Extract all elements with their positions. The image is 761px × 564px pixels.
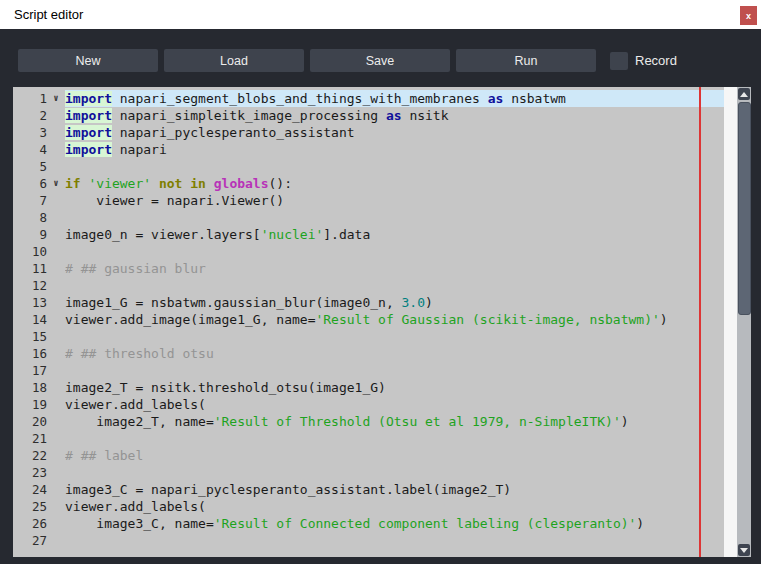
scroll-up-button[interactable] (738, 88, 750, 100)
line-number: 4 (13, 141, 47, 158)
line-number: 21 (13, 430, 47, 447)
code-line[interactable]: 7 viewer = napari.Viewer() (13, 192, 724, 209)
code-token: as (386, 108, 402, 123)
code-line[interactable]: 13image1_G = nsbatwm.gaussian_blur(image… (13, 294, 724, 311)
scrollbar-thumb[interactable] (738, 102, 751, 315)
code-text: viewer = napari.Viewer() (65, 192, 724, 209)
code-line[interactable]: 2import napari_simpleitk_image_processin… (13, 107, 724, 124)
code-lines: 1∨import napari_segment_blobs_and_things… (13, 90, 724, 549)
code-text (65, 277, 724, 294)
close-button[interactable]: x (740, 6, 757, 25)
edge-column-ruler (699, 87, 701, 557)
code-line[interactable]: 5 (13, 158, 724, 175)
line-number: 10 (13, 243, 47, 260)
scroll-down-button[interactable] (738, 544, 750, 556)
code-token: napari_pyclesperanto_assistant (112, 125, 355, 140)
code-token (151, 176, 159, 191)
code-line[interactable]: 21 (13, 430, 724, 447)
code-token: napari_segment_blobs_and_things_with_mem… (112, 91, 488, 106)
code-text (65, 209, 724, 226)
code-line[interactable]: 14viewer.add_image(image1_G, name='Resul… (13, 311, 724, 328)
code-token: # ## threshold otsu (65, 346, 214, 361)
code-text (65, 430, 724, 447)
line-number: 15 (13, 328, 47, 345)
code-line[interactable]: 27 (13, 532, 724, 549)
fold-spacer (47, 158, 65, 175)
code-line[interactable]: 9image0_n = viewer.layers['nuclei'].data (13, 226, 724, 243)
code-token: viewer = napari.Viewer() (65, 193, 284, 208)
load-button[interactable]: Load (164, 49, 304, 72)
arrow-down-icon (740, 548, 748, 553)
code-token: viewer.add_labels( (65, 499, 206, 514)
save-button[interactable]: Save (310, 49, 450, 72)
code-text: import napari (65, 141, 724, 158)
code-text: viewer.add_labels( (65, 498, 724, 515)
code-token: viewer.add_labels( (65, 397, 206, 412)
code-text (65, 328, 724, 345)
code-text: if 'viewer' not in globals(): (65, 175, 724, 192)
fold-spacer (47, 413, 65, 430)
code-token: ) (621, 414, 629, 429)
fold-marker-icon[interactable]: ∨ (47, 175, 65, 192)
fold-spacer (47, 447, 65, 464)
code-token: image3_C, name= (65, 516, 214, 531)
line-number: 6 (13, 175, 47, 192)
line-number: 3 (13, 124, 47, 141)
code-token: globals (214, 176, 269, 191)
code-line[interactable]: 18image2_T = nsitk.threshold_otsu(image1… (13, 379, 724, 396)
code-token: image2_T = nsitk.threshold_otsu(image1_G… (65, 380, 386, 395)
line-number: 16 (13, 345, 47, 362)
code-text: import napari_segment_blobs_and_things_w… (65, 90, 724, 107)
code-line[interactable]: 16# ## threshold otsu (13, 345, 724, 362)
code-line[interactable]: 19viewer.add_labels( (13, 396, 724, 413)
fold-spacer (47, 379, 65, 396)
vertical-scrollbar[interactable] (737, 87, 751, 557)
fold-spacer (47, 243, 65, 260)
code-line[interactable]: 23 (13, 464, 724, 481)
run-button[interactable]: Run (456, 49, 596, 72)
code-line[interactable]: 6∨if 'viewer' not in globals(): (13, 175, 724, 192)
code-editor[interactable]: 1∨import napari_segment_blobs_and_things… (13, 87, 751, 557)
fold-marker-icon[interactable]: ∨ (47, 90, 65, 107)
code-text (65, 464, 724, 481)
code-text (65, 158, 724, 175)
code-line[interactable]: 24image3_C = napari_pyclesperanto_assist… (13, 481, 724, 498)
code-token: image3_C = napari_pyclesperanto_assistan… (65, 482, 511, 497)
code-text (65, 243, 724, 260)
code-line[interactable]: 20 image2_T, name='Result of Threshold (… (13, 413, 724, 430)
code-token: in (190, 176, 206, 191)
fold-spacer (47, 311, 65, 328)
code-line[interactable]: 22# ## label (13, 447, 724, 464)
code-line[interactable]: 25viewer.add_labels( (13, 498, 724, 515)
code-line[interactable]: 15 (13, 328, 724, 345)
code-line[interactable]: 11# ## gaussian blur (13, 260, 724, 277)
code-line[interactable]: 3import napari_pyclesperanto_assistant (13, 124, 724, 141)
line-number: 11 (13, 260, 47, 277)
toolbar: New Load Save Run Record (18, 49, 677, 72)
code-line[interactable]: 8 (13, 209, 724, 226)
code-token: image2_T, name= (65, 414, 214, 429)
code-token: 'viewer' (88, 176, 151, 191)
titlebar[interactable]: Script editor x (0, 0, 761, 29)
line-number: 9 (13, 226, 47, 243)
arrow-up-icon (740, 92, 748, 97)
code-line[interactable]: 12 (13, 277, 724, 294)
fold-spacer (47, 481, 65, 498)
code-line[interactable]: 26 image3_C, name='Result of Connected c… (13, 515, 724, 532)
code-token: 'Result of Gaussian (scikit-image, nsbat… (315, 312, 659, 327)
code-line[interactable]: 1∨import napari_segment_blobs_and_things… (13, 90, 724, 107)
record-label: Record (635, 53, 677, 68)
code-line[interactable]: 4import napari (13, 141, 724, 158)
code-text: # ## label (65, 447, 724, 464)
code-token: # ## label (65, 448, 143, 463)
record-checkbox[interactable] (610, 52, 628, 70)
code-token: (): (269, 176, 292, 191)
code-text: image1_G = nsbatwm.gaussian_blur(image0_… (65, 294, 724, 311)
line-number: 13 (13, 294, 47, 311)
line-number: 8 (13, 209, 47, 226)
code-text: # ## gaussian blur (65, 260, 724, 277)
code-line[interactable]: 10 (13, 243, 724, 260)
code-line[interactable]: 17 (13, 362, 724, 379)
new-button[interactable]: New (18, 49, 158, 72)
fold-spacer (47, 430, 65, 447)
